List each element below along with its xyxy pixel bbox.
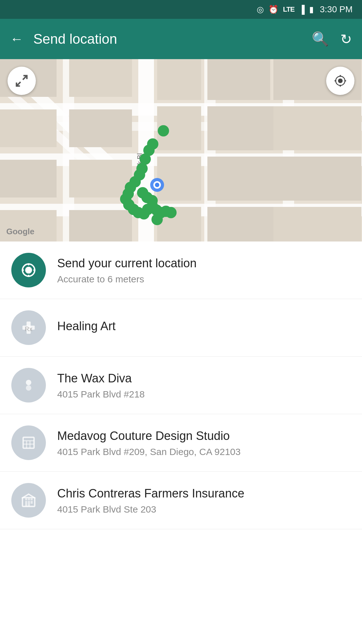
place-name-1: The Wax Diva xyxy=(57,371,351,386)
svg-rect-22 xyxy=(0,210,57,242)
place-text-2: Medavog Couture Design Studio 4015 Park … xyxy=(57,428,351,457)
google-logo: Google xyxy=(6,227,35,236)
place-address-1: 4015 Park Blvd #218 xyxy=(57,389,351,400)
svg-point-35 xyxy=(158,125,169,136)
svg-rect-84 xyxy=(25,501,27,506)
place-icon-1 xyxy=(11,368,46,402)
svg-rect-26 xyxy=(69,210,132,242)
svg-rect-11 xyxy=(157,59,201,100)
list-item-3[interactable]: Chris Contreras Farmers Insurance 4015 P… xyxy=(0,472,362,529)
svg-rect-21 xyxy=(0,160,57,197)
status-time: 3:30 PM xyxy=(320,4,353,14)
current-location-text: Send your current location Accurate to 6… xyxy=(57,256,351,284)
current-location-item[interactable]: Send your current location Accurate to 6… xyxy=(0,242,362,299)
place-icon-3 xyxy=(11,483,46,518)
status-icons: ◎ ⏰ LTE ▐ ▮ 3:30 PM xyxy=(257,4,353,14)
svg-rect-86 xyxy=(31,501,33,504)
place-name-0: Healing Art xyxy=(57,319,351,334)
list-item-0[interactable]: Rx Healing Art xyxy=(0,299,362,357)
svg-rect-14 xyxy=(207,106,280,150)
back-button[interactable]: ← xyxy=(10,32,23,46)
svg-text:Rx: Rx xyxy=(25,325,32,332)
place-name-2: Medavog Couture Design Studio xyxy=(57,428,351,444)
search-icon[interactable]: 🔍 xyxy=(312,31,329,47)
current-location-subtitle: Accurate to 6 meters xyxy=(57,274,351,285)
current-location-title: Send your current location xyxy=(57,256,351,271)
svg-point-55 xyxy=(151,214,163,225)
svg-point-61 xyxy=(339,79,342,83)
svg-rect-28 xyxy=(273,106,361,150)
svg-point-34 xyxy=(155,183,159,187)
status-bar: ◎ ⏰ LTE ▐ ▮ 3:30 PM xyxy=(0,0,362,19)
refresh-icon[interactable]: ↻ xyxy=(340,31,352,47)
svg-rect-29 xyxy=(273,157,361,201)
location-status-icon: ◎ xyxy=(257,5,264,14)
map-svg: Park Bl xyxy=(0,59,362,242)
page-title: Send location xyxy=(33,31,302,47)
svg-rect-89 xyxy=(31,498,33,501)
alarm-icon: ⏰ xyxy=(268,5,278,14)
svg-rect-23 xyxy=(69,59,132,97)
place-icon-2 xyxy=(11,425,46,460)
svg-rect-24 xyxy=(69,109,132,147)
place-address-2: 4015 Park Blvd #209, San Diego, CA 92103 xyxy=(57,447,351,457)
current-location-icon xyxy=(11,253,46,287)
place-text-1: The Wax Diva 4015 Park Blvd #218 xyxy=(57,371,351,399)
svg-point-76 xyxy=(26,380,31,385)
svg-point-54 xyxy=(165,207,177,218)
list-item-1[interactable]: The Wax Diva 4015 Park Blvd #218 xyxy=(0,357,362,414)
svg-point-58 xyxy=(137,187,148,198)
location-list: Send your current location Accurate to 6… xyxy=(0,242,362,529)
svg-rect-30 xyxy=(273,207,361,242)
svg-rect-85 xyxy=(28,501,30,506)
place-name-3: Chris Contreras Farmers Insurance xyxy=(57,486,351,501)
place-icon-0: Rx xyxy=(11,310,46,345)
app-bar-actions: 🔍 ↻ xyxy=(312,31,352,47)
svg-rect-18 xyxy=(207,207,280,242)
svg-rect-25 xyxy=(69,160,132,197)
locate-me-button[interactable] xyxy=(326,67,354,95)
svg-rect-20 xyxy=(0,109,57,147)
svg-rect-88 xyxy=(28,498,30,501)
place-text-0: Healing Art xyxy=(57,319,351,336)
place-text-3: Chris Contreras Farmers Insurance 4015 P… xyxy=(57,486,351,514)
svg-rect-78 xyxy=(23,437,34,448)
signal-icon: ▐ xyxy=(299,5,304,14)
app-bar: ← Send location 🔍 ↻ xyxy=(0,19,362,59)
map-area[interactable]: Park Bl xyxy=(0,59,362,242)
svg-rect-15 xyxy=(157,157,201,201)
svg-rect-12 xyxy=(207,59,270,100)
list-item-2[interactable]: Medavog Couture Design Studio 4015 Park … xyxy=(0,414,362,472)
svg-rect-16 xyxy=(207,157,280,201)
lte-icon: LTE xyxy=(283,6,294,13)
battery-icon: ▮ xyxy=(309,5,314,14)
place-address-3: 4015 Park Blvd Ste 203 xyxy=(57,504,351,515)
svg-point-67 xyxy=(25,267,32,274)
svg-rect-87 xyxy=(25,498,27,501)
svg-point-77 xyxy=(26,385,31,391)
expand-map-button[interactable] xyxy=(8,67,36,95)
